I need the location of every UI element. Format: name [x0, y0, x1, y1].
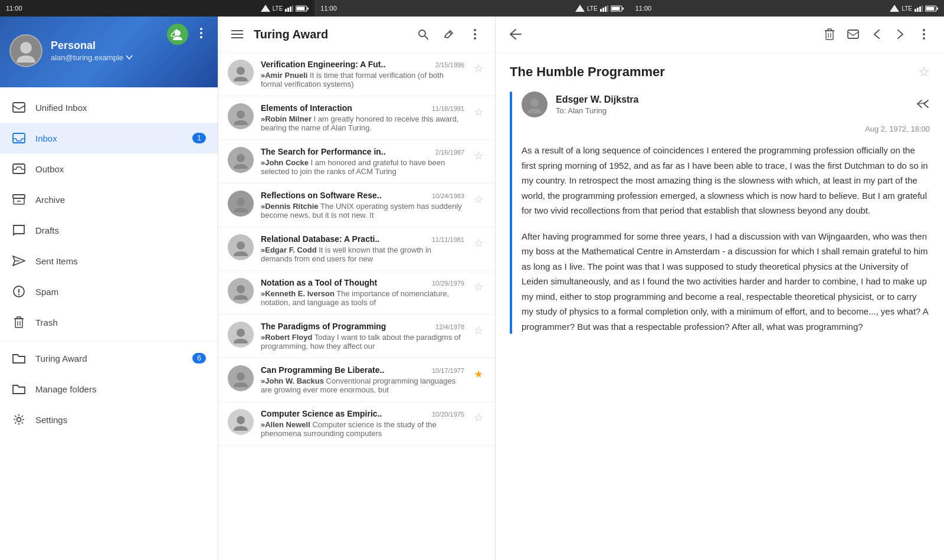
- sidebar-item-sent[interactable]: Sent Items: [0, 245, 218, 276]
- more-detail-button[interactable]: [913, 24, 935, 45]
- star-button[interactable]: ☆: [471, 147, 486, 165]
- email-item[interactable]: Can Programming Be Liberate.. 10/17/1977…: [218, 358, 495, 402]
- sidebar-item-manage-folders[interactable]: Manage folders: [0, 374, 218, 404]
- star-button[interactable]: ☆: [471, 103, 486, 121]
- more-list-button[interactable]: [464, 24, 486, 45]
- email-sender-name: »Kenneth E. Iverson: [261, 289, 335, 298]
- blue-bar-indicator: [510, 91, 512, 334]
- detail-star-button[interactable]: ☆: [918, 64, 930, 80]
- hamburger-menu-button[interactable]: [228, 26, 247, 42]
- email-item[interactable]: Computer Science as Empiric.. 10/20/1975…: [218, 402, 495, 446]
- email-item[interactable]: Verification Engineering: A Fut.. 2/15/1…: [218, 53, 495, 96]
- star-button[interactable]: ☆: [471, 409, 486, 427]
- star-button[interactable]: ★: [471, 365, 486, 383]
- star-button[interactable]: ☆: [471, 191, 486, 208]
- account-email-dropdown[interactable]: alan@turing.example: [51, 52, 133, 62]
- email-list-header-actions: [412, 24, 486, 45]
- delete-button[interactable]: [819, 24, 840, 45]
- email-header-row: Can Programming Be Liberate.. 10/17/1977: [261, 365, 464, 375]
- star-button[interactable]: ☆: [471, 278, 486, 296]
- svg-rect-64: [826, 31, 833, 40]
- email-subject: Reflections on Software Rese..: [261, 191, 427, 200]
- svg-rect-14: [611, 6, 620, 10]
- svg-rect-33: [13, 195, 25, 198]
- nav-divider: [0, 340, 218, 340]
- sidebar-item-trash[interactable]: Trash: [0, 307, 218, 338]
- folder-icon-turing: [12, 351, 26, 365]
- email-item[interactable]: Elements of Interaction 11/18/1991 »Robi…: [218, 96, 495, 140]
- sidebar-item-outbox[interactable]: Outbox: [0, 153, 218, 184]
- status-bar-2: 11:00 LTE: [314, 0, 629, 17]
- svg-rect-6: [297, 6, 305, 10]
- email-content: Relational Database: A Practi.. 11/11/19…: [261, 234, 464, 263]
- svg-point-55: [237, 110, 245, 119]
- more-options-button[interactable]: [191, 22, 212, 44]
- email-date: 11/11/1981: [432, 236, 464, 243]
- email-sender-avatar: [228, 147, 254, 173]
- star-button[interactable]: ☆: [471, 60, 486, 77]
- compose-list-button[interactable]: [438, 24, 460, 45]
- email-sender-avatar: [228, 103, 254, 129]
- email-date: 10/29/1979: [432, 280, 464, 287]
- sidebar-item-drafts[interactable]: Drafts: [0, 215, 218, 245]
- detail-header: [496, 17, 944, 53]
- email-content: Notation as a Tool of Thought 10/29/1979…: [261, 278, 464, 307]
- settings-label: Settings: [35, 415, 67, 425]
- sender-info: Edsger W. Dijkstra To: Alan Turing: [556, 94, 909, 115]
- svg-rect-67: [848, 30, 858, 38]
- email-item[interactable]: Relational Database: A Practi.. 11/11/19…: [218, 227, 495, 271]
- sidebar-item-turing-award[interactable]: Turing Award 6: [0, 343, 218, 374]
- mark-unread-button[interactable]: [843, 24, 864, 45]
- prev-email-button[interactable]: [866, 24, 887, 45]
- main-content: Personal alan@turing.example Unified Inb…: [0, 17, 944, 560]
- email-header-row: Verification Engineering: A Fut.. 2/15/1…: [261, 60, 464, 69]
- email-subject: The Paradigms of Programming: [261, 322, 431, 331]
- status-bars: 11:00 LTE 11:00 LTE 11:00 LTE: [0, 0, 944, 17]
- email-preview: »Allen Newell Computer science is the st…: [261, 420, 464, 438]
- email-item[interactable]: The Search for Performance in.. 2/16/198…: [218, 140, 495, 184]
- sidebar-item-unified-inbox[interactable]: Unified Inbox: [0, 92, 218, 123]
- status-bar-3: 11:00 LTE: [630, 0, 944, 17]
- email-list: Verification Engineering: A Fut.. 2/15/1…: [218, 53, 495, 560]
- unified-inbox-icon: [12, 100, 26, 114]
- svg-rect-30: [13, 103, 25, 112]
- email-item[interactable]: Notation as a Tool of Thought 10/29/1979…: [218, 271, 495, 315]
- svg-point-40: [18, 294, 19, 295]
- svg-point-60: [237, 329, 245, 337]
- svg-marker-8: [575, 5, 585, 12]
- account-email: alan@turing.example: [51, 53, 123, 62]
- compose-button[interactable]: [165, 22, 186, 44]
- email-sender-name: »Amir Pnueli: [261, 71, 307, 80]
- sidebar: Personal alan@turing.example Unified Inb…: [0, 17, 218, 560]
- sidebar-item-settings[interactable]: Settings: [0, 404, 218, 435]
- turing-award-badge: 6: [192, 353, 206, 363]
- sidebar-item-spam[interactable]: Spam: [0, 276, 218, 307]
- outbox-label: Outbox: [35, 164, 64, 174]
- email-sender-avatar: [228, 234, 254, 260]
- spam-icon: [12, 284, 26, 299]
- back-button[interactable]: [505, 24, 526, 45]
- email-item[interactable]: Reflections on Software Rese.. 10/24/198…: [218, 184, 495, 227]
- sidebar-item-archive[interactable]: Archive: [0, 184, 218, 215]
- svg-rect-12: [607, 5, 608, 12]
- star-button[interactable]: ☆: [471, 234, 486, 252]
- svg-rect-17: [914, 9, 916, 12]
- email-list-panel: Turing Award Verifi: [218, 17, 496, 560]
- star-button[interactable]: ☆: [471, 322, 486, 339]
- svg-rect-3: [290, 6, 291, 12]
- svg-point-29: [20, 42, 32, 54]
- archive-label: Archive: [35, 195, 65, 205]
- email-date: 11/18/1991: [432, 105, 464, 112]
- email-sender-name: »Robin Milner: [261, 114, 312, 123]
- search-button[interactable]: [412, 24, 434, 45]
- svg-point-53: [474, 37, 476, 40]
- email-sender-avatar: [228, 322, 254, 348]
- next-email-button[interactable]: [890, 24, 911, 45]
- email-sender-name: »John W. Backus: [261, 376, 324, 385]
- reply-all-button[interactable]: [917, 100, 930, 109]
- inbox-label: Inbox: [35, 133, 57, 143]
- email-item[interactable]: The Paradigms of Programming 12/4/1978 »…: [218, 315, 495, 358]
- email-body-text: As a result of a long sequence of coinci…: [514, 143, 930, 334]
- sidebar-item-inbox[interactable]: Inbox 1: [0, 123, 218, 153]
- svg-rect-1: [285, 9, 287, 12]
